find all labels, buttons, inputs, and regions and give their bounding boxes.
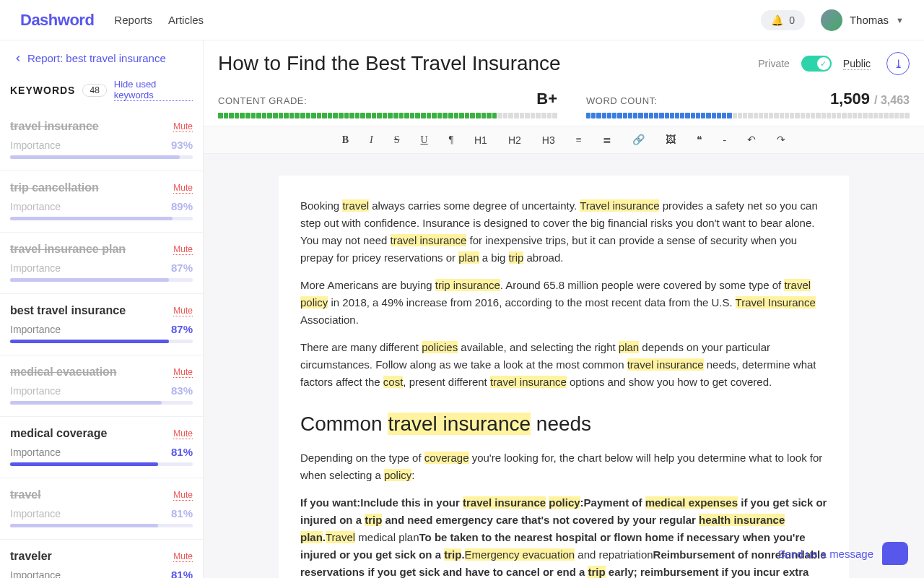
- content-grade-value: B+: [536, 90, 557, 108]
- mute-link[interactable]: Mute: [173, 367, 193, 378]
- wordcount-progress: [586, 113, 910, 118]
- importance-label: Importance: [10, 262, 61, 274]
- importance-value: 81%: [171, 569, 193, 578]
- ol-button[interactable]: ≣: [603, 134, 611, 146]
- keyword-item[interactable]: medical evacuationMuteImportance83%: [0, 355, 203, 417]
- underline-button[interactable]: U: [421, 134, 428, 146]
- ul-button[interactable]: ≡: [576, 134, 582, 146]
- image-button[interactable]: 🖼: [666, 134, 676, 146]
- nav-articles[interactable]: Articles: [168, 14, 204, 26]
- content-grade-label: CONTENT GRADE:: [218, 95, 307, 106]
- word-count-value: 1,509 / 3,463: [830, 90, 910, 108]
- importance-label: Importance: [10, 324, 61, 335]
- app-header: Dashword Reports Articles 🔔 0 Thomas ▼: [0, 0, 924, 40]
- keyword-name: traveler: [10, 550, 52, 563]
- importance-label: Importance: [10, 569, 61, 579]
- keyword-name: best travel insurance: [10, 304, 126, 317]
- importance-value: 81%: [171, 446, 193, 458]
- keyword-item[interactable]: travel insuranceMuteImportance93%: [0, 110, 203, 171]
- mute-link[interactable]: Mute: [173, 121, 193, 132]
- chat-widget[interactable]: Send us a message: [777, 542, 908, 565]
- avatar: [821, 9, 842, 31]
- h1-button[interactable]: H1: [474, 134, 487, 146]
- keyword-item[interactable]: travelerMuteImportance81%: [0, 540, 203, 578]
- privacy-private-label: Private: [758, 58, 790, 69]
- importance-label: Importance: [10, 447, 61, 458]
- redo-button[interactable]: ↷: [777, 134, 785, 146]
- mute-link[interactable]: Mute: [173, 306, 193, 316]
- privacy-public-label: Public: [843, 58, 871, 70]
- h2-button[interactable]: H2: [508, 134, 521, 146]
- nav-reports[interactable]: Reports: [114, 14, 152, 26]
- page-title[interactable]: How to Find the Best Travel Insurance: [218, 52, 746, 75]
- notification-count: 0: [789, 14, 795, 26]
- keyword-item[interactable]: best travel insuranceMuteImportance87%: [0, 294, 203, 355]
- link-button[interactable]: 🔗: [632, 134, 645, 146]
- importance-label: Importance: [10, 508, 61, 519]
- quote-button[interactable]: ❝: [697, 134, 702, 146]
- keyword-item[interactable]: trip cancellationMuteImportance89%: [0, 171, 203, 233]
- content-area: How to Find the Best Travel Insurance Pr…: [204, 40, 924, 578]
- h3-button[interactable]: H3: [542, 134, 555, 146]
- keyword-item[interactable]: medical coverageMuteImportance81%: [0, 417, 203, 478]
- keyword-name: medical evacuation: [10, 366, 117, 379]
- word-count-label: WORD COUNT:: [586, 95, 658, 106]
- bell-icon: 🔔: [771, 14, 783, 26]
- keyword-name: trip cancellation: [10, 181, 99, 194]
- keywords-heading: KEYWORDS: [10, 85, 75, 96]
- keywords-count: 48: [82, 84, 106, 97]
- download-icon: ⤓: [894, 57, 903, 71]
- mute-link[interactable]: Mute: [173, 428, 193, 439]
- editor-toolbar: B I S U ¶ H1 H2 H3 ≡ ≣ 🔗 🖼 ❝ - ↶ ↷: [204, 126, 924, 154]
- grade-progress: [218, 113, 557, 118]
- importance-value: 93%: [171, 139, 193, 151]
- importance-value: 89%: [171, 200, 193, 212]
- mute-link[interactable]: Mute: [173, 244, 193, 255]
- download-button[interactable]: ⤓: [886, 52, 910, 75]
- privacy-toggle[interactable]: [801, 56, 832, 72]
- keyword-name: travel insurance plan: [10, 243, 126, 256]
- app-logo[interactable]: Dashword: [20, 11, 94, 30]
- user-name: Thomas: [850, 14, 889, 26]
- strike-button[interactable]: S: [394, 134, 400, 146]
- check-icon: [817, 57, 830, 70]
- undo-button[interactable]: ↶: [747, 134, 756, 146]
- importance-value: 83%: [171, 384, 193, 397]
- paragraph-button[interactable]: ¶: [449, 134, 453, 146]
- notifications-button[interactable]: 🔔 0: [761, 10, 805, 30]
- keyword-name: medical coverage: [10, 427, 107, 440]
- chat-label: Send us a message: [777, 548, 873, 560]
- user-menu[interactable]: Thomas ▼: [821, 9, 904, 31]
- italic-button[interactable]: I: [370, 134, 373, 146]
- importance-value: 87%: [171, 323, 193, 335]
- keyword-item[interactable]: travelMuteImportance81%: [0, 478, 203, 540]
- dash-button[interactable]: -: [723, 134, 727, 146]
- mute-link[interactable]: Mute: [173, 490, 193, 501]
- chevron-left-icon: [13, 53, 23, 64]
- importance-label: Importance: [10, 385, 61, 397]
- keyword-name: travel: [10, 488, 41, 501]
- chat-icon: [882, 542, 908, 565]
- bold-button[interactable]: B: [342, 134, 349, 146]
- sidebar: Report: best travel insurance KEYWORDS 4…: [0, 40, 204, 578]
- importance-value: 87%: [171, 262, 193, 274]
- back-to-report-link[interactable]: Report: best travel insurance: [0, 40, 203, 72]
- mute-link[interactable]: Mute: [173, 551, 193, 562]
- keyword-item[interactable]: travel insurance planMuteImportance87%: [0, 233, 203, 294]
- keyword-name: travel insurance: [10, 120, 99, 133]
- importance-label: Importance: [10, 139, 61, 151]
- mute-link[interactable]: Mute: [173, 183, 193, 194]
- chevron-down-icon: ▼: [896, 16, 904, 25]
- editor-body[interactable]: Booking travel always carries some degre…: [279, 176, 849, 578]
- hide-used-link[interactable]: Hide used keywords: [114, 79, 193, 101]
- importance-value: 81%: [171, 507, 193, 519]
- importance-label: Importance: [10, 201, 61, 212]
